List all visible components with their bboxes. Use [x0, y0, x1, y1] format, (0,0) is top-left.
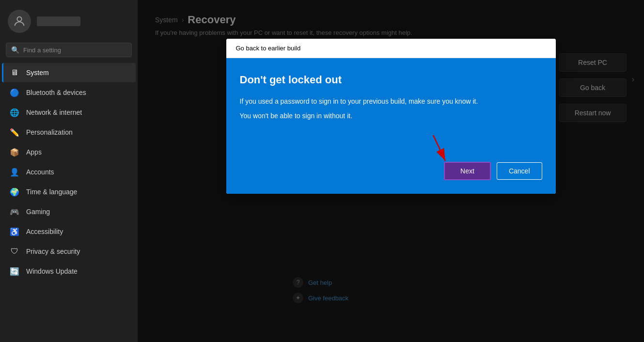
- user-section: [0, 4, 138, 41]
- sidebar-item-apps[interactable]: 📦 Apps: [2, 142, 136, 162]
- sidebar-item-label: Time & language: [26, 188, 77, 196]
- cancel-button[interactable]: Cancel: [497, 162, 542, 180]
- sidebar-item-label: Bluetooth & devices: [26, 89, 86, 96]
- sidebar-item-timelanguage[interactable]: 🌍 Time & language: [2, 182, 136, 202]
- sidebar-item-label: Privacy & security: [26, 248, 80, 255]
- dialog-body: Don't get locked out If you used a passw…: [226, 58, 556, 194]
- sidebar-item-label: Apps: [26, 148, 42, 156]
- sidebar-item-label: Personalization: [26, 128, 73, 136]
- sidebar-item-gaming[interactable]: 🎮 Gaming: [2, 202, 136, 221]
- dialog-heading: Don't get locked out: [240, 74, 542, 86]
- svg-line-2: [433, 135, 445, 161]
- arrow-annotation: [419, 133, 467, 167]
- nav-items: 🖥 System 🔵 Bluetooth & devices 🌐 Network…: [0, 63, 138, 281]
- gaming-icon: 🎮: [10, 207, 19, 217]
- sidebar-item-personalization[interactable]: ✏️ Personalization: [2, 123, 136, 142]
- sidebar-item-accounts[interactable]: 👤 Accounts: [2, 162, 136, 182]
- dialog-titlebar: Go back to earlier build: [226, 39, 556, 58]
- dialog-overlay: Go back to earlier build Don't get locke…: [138, 0, 644, 342]
- sidebar-item-accessibility[interactable]: ♿ Accessibility: [2, 222, 136, 241]
- sidebar-item-label: System: [26, 69, 49, 77]
- dialog-actions: Next Cancel: [240, 162, 542, 180]
- system-icon: 🖥: [10, 68, 19, 78]
- sidebar-item-bluetooth[interactable]: 🔵 Bluetooth & devices: [2, 83, 136, 102]
- dialog: Go back to earlier build Don't get locke…: [226, 39, 556, 194]
- windowsupdate-icon: 🔄: [10, 266, 19, 276]
- search-input[interactable]: [23, 47, 126, 54]
- apps-icon: 📦: [10, 147, 19, 157]
- personalization-icon: ✏️: [10, 127, 19, 137]
- username-block: [37, 16, 80, 26]
- timelanguage-icon: 🌍: [10, 187, 19, 197]
- sidebar: 🔍 🖥 System 🔵 Bluetooth & devices 🌐 Netwo…: [0, 0, 138, 342]
- privacy-icon: 🛡: [10, 247, 19, 256]
- sidebar-item-windowsupdate[interactable]: 🔄 Windows Update: [2, 262, 136, 281]
- search-bar[interactable]: 🔍: [6, 43, 132, 57]
- sidebar-item-label: Accounts: [26, 168, 54, 176]
- dialog-text-1: If you used a password to sign in to you…: [240, 96, 542, 107]
- accessibility-icon: ♿: [10, 227, 19, 236]
- dialog-text-2: You won't be able to sign in without it.: [240, 110, 542, 121]
- sidebar-item-network[interactable]: 🌐 Network & internet: [2, 103, 136, 122]
- search-icon: 🔍: [11, 46, 19, 54]
- sidebar-item-label: Gaming: [26, 208, 50, 216]
- main-content: System › Recovery If you're having probl…: [138, 0, 644, 342]
- sidebar-item-label: Windows Update: [26, 267, 78, 275]
- sidebar-item-label: Network & internet: [26, 109, 82, 116]
- bluetooth-icon: 🔵: [10, 88, 19, 97]
- sidebar-item-privacy[interactable]: 🛡 Privacy & security: [2, 242, 136, 261]
- network-icon: 🌐: [10, 108, 19, 117]
- accounts-icon: 👤: [10, 167, 19, 177]
- sidebar-item-label: Accessibility: [26, 228, 63, 235]
- svg-point-0: [17, 17, 21, 21]
- sidebar-item-system[interactable]: 🖥 System: [2, 63, 136, 82]
- avatar: [8, 10, 31, 33]
